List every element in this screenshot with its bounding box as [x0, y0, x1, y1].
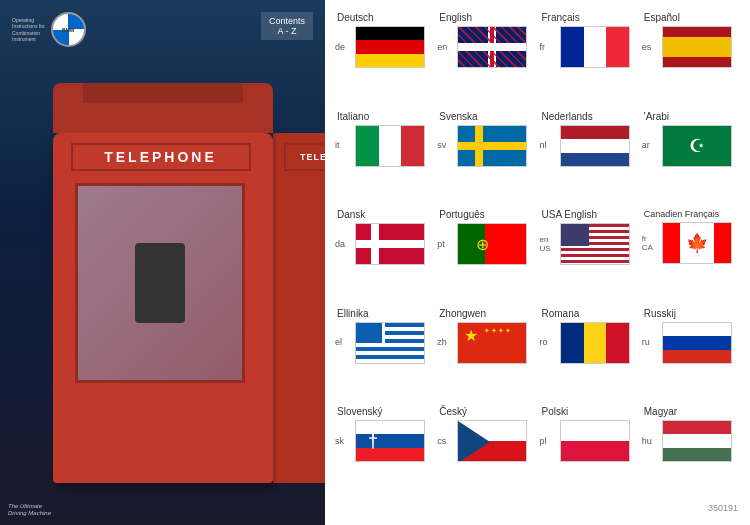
lang-code-sv: sv — [437, 140, 453, 151]
lang-label-ro: Romana — [540, 308, 580, 319]
page-number: 350191 — [335, 503, 738, 513]
flag-ro — [560, 322, 630, 364]
lang-flag-row-en: en — [437, 26, 533, 68]
lang-code-fr: fr — [540, 42, 556, 53]
lang-label-zh: Zhongwen — [437, 308, 486, 319]
lang-flag-row-ar: ar ☪ — [642, 125, 738, 167]
lang-code-pt: pt — [437, 239, 453, 250]
lang-item-da[interactable]: Dansk da — [335, 209, 431, 302]
flag-sk — [355, 420, 425, 462]
lang-code-ca: fr CA — [642, 234, 658, 253]
lang-label-ar: 'Arabi — [642, 111, 669, 122]
lang-code-cs: cs — [437, 436, 453, 447]
phone-sign: TELEPHONE — [71, 143, 251, 171]
flag-ca — [662, 222, 732, 264]
header-overlay: OperatingInstructions forCombinationInst… — [12, 12, 313, 47]
lang-code-el: el — [335, 337, 351, 348]
lang-item-es[interactable]: Español es — [642, 12, 738, 105]
flag-en — [457, 26, 527, 68]
lang-code-ar: ar — [642, 140, 658, 151]
lang-label-sv: Svenska — [437, 111, 477, 122]
lang-flag-row-pl: pl — [540, 420, 636, 462]
lang-code-hu: hu — [642, 436, 658, 447]
lang-code-us: en US — [540, 235, 556, 254]
lang-label-us: USA English — [540, 209, 598, 220]
flag-hu — [662, 420, 732, 462]
phone-booth: TELEPHONE TELE — [53, 133, 273, 483]
flag-us — [560, 223, 630, 265]
lang-label-pt: Português — [437, 209, 485, 220]
lang-item-ca[interactable]: Canadien Français fr CA — [642, 209, 738, 302]
lang-flag-row-de: de — [335, 26, 431, 68]
flag-ar-symbol: ☪ — [689, 135, 705, 157]
lang-item-ro[interactable]: Romana ro — [540, 308, 636, 401]
lang-code-zh: zh — [437, 337, 453, 348]
lang-label-ca: Canadien Français — [642, 209, 720, 219]
lang-flag-row-sv: sv — [437, 125, 533, 167]
lang-item-us[interactable]: USA English en US — [540, 209, 636, 302]
lang-label-cs: Český — [437, 406, 467, 417]
bmw-tagline: The UltimateDriving Machine — [8, 503, 51, 517]
flag-pl — [560, 420, 630, 462]
lang-item-it[interactable]: Italiano it — [335, 111, 431, 204]
lang-flag-row-cs: cs — [437, 420, 533, 462]
flag-ar: ☪ — [662, 125, 732, 167]
lang-flag-row-da: da — [335, 223, 431, 265]
lang-label-it: Italiano — [335, 111, 369, 122]
lang-item-pl[interactable]: Polski pl — [540, 406, 636, 499]
lang-label-hu: Magyar — [642, 406, 677, 417]
flag-fr — [560, 26, 630, 68]
lang-flag-row-ro: ro — [540, 322, 636, 364]
contents-line1: Contents — [269, 16, 305, 26]
lang-flag-row-ru: ru — [642, 322, 738, 364]
lang-code-nl: nl — [540, 140, 556, 151]
phone-window — [75, 183, 245, 383]
lang-item-ru[interactable]: Russkij ru — [642, 308, 738, 401]
lang-label-da: Dansk — [335, 209, 365, 220]
lang-item-sk[interactable]: Slovenský sk — [335, 406, 431, 499]
lang-item-en[interactable]: English en — [437, 12, 533, 105]
language-grid: Deutsch de English en Fran — [335, 12, 738, 499]
lang-label-el: Ellinika — [335, 308, 369, 319]
lang-item-de[interactable]: Deutsch de — [335, 12, 431, 105]
lang-flag-row-ca: fr CA — [642, 222, 738, 264]
flag-de — [355, 26, 425, 68]
lang-code-ro: ro — [540, 337, 556, 348]
flag-zh — [457, 322, 527, 364]
lang-item-cs[interactable]: Český cs — [437, 406, 533, 499]
flag-nl — [560, 125, 630, 167]
lang-code-es: es — [642, 42, 658, 53]
flag-it — [355, 125, 425, 167]
left-panel: TELEPHONE TELE — [0, 0, 325, 525]
flag-ru — [662, 322, 732, 364]
lang-item-hu[interactable]: Magyar hu — [642, 406, 738, 499]
lang-item-sv[interactable]: Svenska sv — [437, 111, 533, 204]
lang-flag-row-pt: pt — [437, 223, 533, 265]
lang-item-zh[interactable]: Zhongwen zh — [437, 308, 533, 401]
lang-item-el[interactable]: Ellinika el — [335, 308, 431, 401]
phone-sign-text: TELEPHONE — [104, 149, 217, 165]
lang-label-fr: Français — [540, 12, 580, 23]
lang-item-fr[interactable]: Français fr — [540, 12, 636, 105]
lang-item-ar[interactable]: 'Arabi ar ☪ — [642, 111, 738, 204]
lang-code-en: en — [437, 42, 453, 53]
lang-flag-row-es: es — [642, 26, 738, 68]
flag-es — [662, 26, 732, 68]
lang-code-de: de — [335, 42, 351, 53]
lang-flag-row-zh: zh — [437, 322, 533, 364]
bmw-info: OperatingInstructions forCombinationInst… — [12, 12, 86, 47]
phone-background: TELEPHONE TELE — [0, 0, 325, 525]
lang-flag-row-us: en US — [540, 223, 636, 265]
lang-flag-row-sk: sk — [335, 420, 431, 462]
flag-pt — [457, 223, 527, 265]
lang-label-nl: Nederlands — [540, 111, 593, 122]
lang-item-pt[interactable]: Português pt — [437, 209, 533, 302]
bmw-logo — [51, 12, 86, 47]
main-container: TELEPHONE TELE — [0, 0, 750, 525]
lang-flag-row-el: el — [335, 322, 431, 364]
lang-item-nl[interactable]: Nederlands nl — [540, 111, 636, 204]
lang-code-pl: pl — [540, 436, 556, 447]
lang-code-da: da — [335, 239, 351, 250]
lang-label-es: Español — [642, 12, 680, 23]
flag-da — [355, 223, 425, 265]
